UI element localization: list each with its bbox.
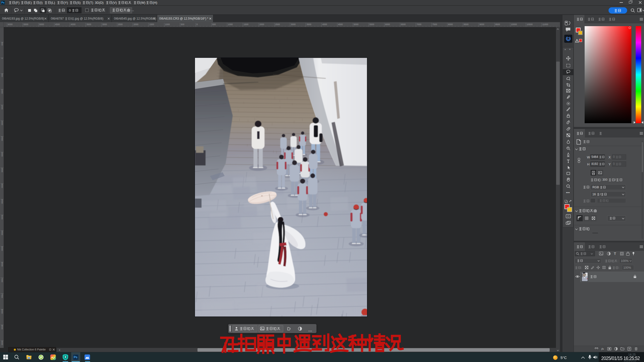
svg-text:1000: 1000 xyxy=(228,23,233,26)
svg-text:8000: 8000 xyxy=(448,23,453,26)
svg-text:1000: 1000 xyxy=(1,89,3,94)
svg-text:4500: 4500 xyxy=(1,199,3,204)
svg-text:3000: 3000 xyxy=(1,152,3,157)
svg-text:2000: 2000 xyxy=(134,23,138,26)
svg-text:1500: 1500 xyxy=(149,23,154,26)
svg-text:8000: 8000 xyxy=(1,309,3,314)
svg-text:fx: fx xyxy=(601,347,604,350)
svg-text:7000: 7000 xyxy=(1,278,3,282)
svg-text:500: 500 xyxy=(181,23,184,26)
svg-text:0: 0 xyxy=(1,58,3,59)
svg-text:1500: 1500 xyxy=(244,23,249,26)
svg-text:10000: 10000 xyxy=(511,23,517,26)
svg-text:0: 0 xyxy=(196,23,198,26)
svg-text:7500: 7500 xyxy=(1,294,3,298)
svg-text:1500: 1500 xyxy=(1,105,3,110)
svg-text:1000: 1000 xyxy=(165,23,170,26)
svg-text:5000: 5000 xyxy=(39,23,44,26)
svg-text:4000: 4000 xyxy=(322,23,327,26)
svg-text:2000: 2000 xyxy=(1,121,3,125)
svg-text:4000: 4000 xyxy=(71,23,75,26)
svg-text:500: 500 xyxy=(1,42,3,46)
svg-text:5500: 5500 xyxy=(1,231,3,235)
svg-text:2000: 2000 xyxy=(259,23,264,26)
svg-text:9000: 9000 xyxy=(479,23,484,26)
svg-text:3000: 3000 xyxy=(102,23,107,26)
svg-text:3500: 3500 xyxy=(307,23,311,26)
svg-text:2500: 2500 xyxy=(1,137,3,141)
svg-text:10500: 10500 xyxy=(527,23,533,26)
svg-text:4500: 4500 xyxy=(338,23,343,26)
svg-text:8500: 8500 xyxy=(464,23,469,26)
svg-text:500: 500 xyxy=(1,74,3,77)
svg-text:9000: 9000 xyxy=(1,341,3,345)
svg-text:7000: 7000 xyxy=(417,23,421,26)
svg-text:5000: 5000 xyxy=(354,23,358,26)
svg-text:3500: 3500 xyxy=(1,168,3,172)
svg-text:8500: 8500 xyxy=(1,325,3,330)
svg-text:11000: 11000 xyxy=(542,23,548,26)
svg-text:2500: 2500 xyxy=(275,23,280,26)
svg-text:6500: 6500 xyxy=(401,23,406,26)
svg-text:6500: 6500 xyxy=(1,262,3,267)
svg-text:4500: 4500 xyxy=(55,23,60,26)
svg-text:9500: 9500 xyxy=(495,23,500,26)
svg-text:6000: 6000 xyxy=(8,23,13,26)
svg-text:5500: 5500 xyxy=(370,23,374,26)
svg-text:5000: 5000 xyxy=(1,215,3,219)
svg-text:3000: 3000 xyxy=(291,23,296,26)
svg-text:4000: 4000 xyxy=(1,184,3,188)
svg-text:6000: 6000 xyxy=(385,23,390,26)
svg-text:3500: 3500 xyxy=(87,23,91,26)
svg-text:5500: 5500 xyxy=(24,23,28,26)
svg-text:2500: 2500 xyxy=(118,23,123,26)
svg-text:6000: 6000 xyxy=(1,246,3,251)
svg-text:500: 500 xyxy=(212,23,216,26)
svg-text:7500: 7500 xyxy=(432,23,437,26)
